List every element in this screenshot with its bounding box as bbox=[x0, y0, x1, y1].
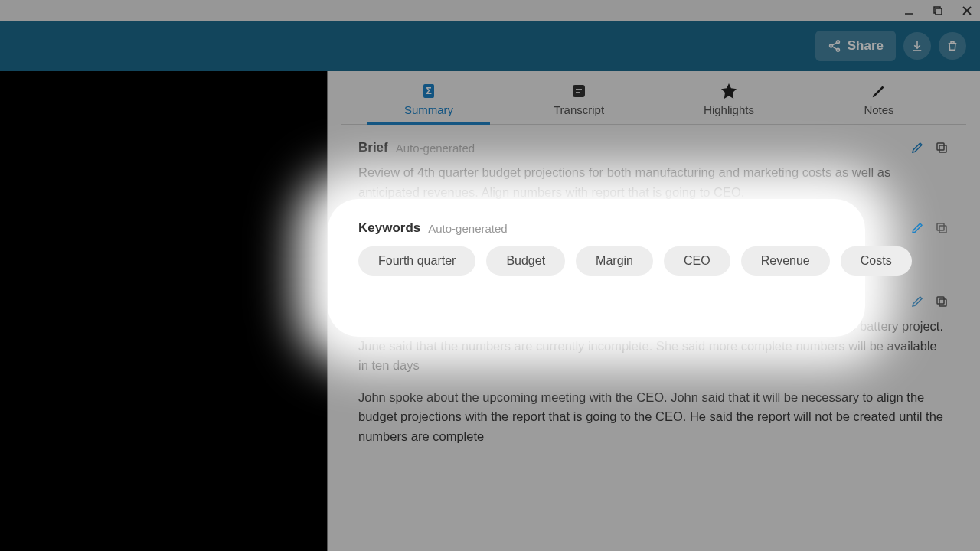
copy-brief-button[interactable] bbox=[934, 140, 949, 155]
edit-keywords-button[interactable] bbox=[910, 220, 925, 236]
summary-text: June spoke about the projections for bot… bbox=[358, 317, 949, 446]
transcript-icon bbox=[570, 82, 588, 100]
svg-point-6 bbox=[829, 44, 832, 47]
tab-bar: Σ Summary Transcript Highlights bbox=[341, 71, 966, 125]
svg-line-8 bbox=[832, 43, 837, 45]
brief-text: Review of 4th quarter budget projections… bbox=[358, 163, 949, 202]
section-brief: Brief Auto-generated Review of 4th quart… bbox=[328, 125, 980, 205]
edit-brief-button[interactable] bbox=[910, 140, 925, 155]
svg-rect-15 bbox=[939, 145, 946, 152]
copy-summary-button[interactable] bbox=[934, 294, 949, 309]
svg-rect-18 bbox=[937, 223, 944, 230]
keyword-chip[interactable]: CEO bbox=[664, 246, 730, 276]
brief-subtitle: Auto-generated bbox=[396, 142, 475, 155]
keyword-chip[interactable]: Margin bbox=[576, 246, 653, 276]
keywords-subtitle: Auto-generated bbox=[428, 222, 507, 235]
share-button-label: Share bbox=[848, 38, 884, 54]
download-icon bbox=[910, 39, 924, 53]
tab-label: Summary bbox=[404, 103, 453, 116]
window-close-button[interactable] bbox=[960, 4, 974, 18]
svg-rect-16 bbox=[937, 143, 944, 150]
tab-label: Transcript bbox=[554, 103, 604, 116]
window-maximize-button[interactable] bbox=[931, 4, 945, 18]
app-toolbar: Share bbox=[0, 21, 980, 71]
tab-notes[interactable]: Notes bbox=[818, 77, 940, 124]
content-pane: Σ Summary Transcript Highlights bbox=[328, 71, 980, 551]
svg-rect-19 bbox=[939, 299, 946, 306]
keyword-chip[interactable]: Costs bbox=[841, 246, 912, 276]
section-keywords: Keywords Auto-generated Fourth quarterBu… bbox=[328, 205, 980, 279]
trash-icon bbox=[946, 40, 959, 52]
keyword-chip[interactable]: Revenue bbox=[741, 246, 830, 276]
delete-button[interactable] bbox=[939, 32, 966, 60]
svg-rect-20 bbox=[937, 297, 944, 304]
window-minimize-button[interactable] bbox=[902, 4, 916, 18]
svg-rect-12 bbox=[573, 85, 585, 97]
svg-line-9 bbox=[832, 47, 837, 49]
share-icon bbox=[828, 39, 841, 53]
edit-summary-button[interactable] bbox=[910, 294, 925, 309]
main-area: Σ Summary Transcript Highlights bbox=[0, 71, 980, 551]
svg-point-7 bbox=[836, 48, 839, 51]
summary-title: Summary bbox=[358, 294, 417, 309]
keyword-chip[interactable]: Fourth quarter bbox=[358, 246, 475, 276]
tab-transcript[interactable]: Transcript bbox=[518, 77, 640, 124]
tab-label: Highlights bbox=[704, 103, 754, 116]
svg-rect-17 bbox=[939, 226, 946, 233]
keywords-list: Fourth quarterBudgetMarginCEORevenueCost… bbox=[358, 243, 949, 276]
window-titlebar bbox=[0, 0, 980, 21]
summary-paragraph: John spoke about the upcoming meeting wi… bbox=[358, 388, 949, 447]
summary-icon: Σ bbox=[420, 82, 438, 100]
svg-text:Σ: Σ bbox=[426, 86, 431, 96]
summary-paragraph: June spoke about the projections for bot… bbox=[358, 317, 949, 376]
star-icon bbox=[720, 82, 738, 100]
svg-point-5 bbox=[836, 41, 839, 44]
tab-summary[interactable]: Σ Summary bbox=[368, 77, 490, 124]
keywords-title: Keywords bbox=[358, 220, 420, 236]
pencil-icon bbox=[870, 82, 888, 100]
section-summary: Summary Auto-generated June spoke about … bbox=[328, 279, 980, 461]
download-button[interactable] bbox=[903, 32, 931, 60]
tab-label: Notes bbox=[864, 103, 893, 116]
video-sidebar bbox=[0, 71, 328, 551]
brief-title: Brief bbox=[358, 140, 388, 155]
tab-highlights[interactable]: Highlights bbox=[668, 77, 790, 124]
keyword-chip[interactable]: Budget bbox=[486, 246, 565, 276]
summary-subtitle: Auto-generated bbox=[425, 295, 504, 308]
share-button[interactable]: Share bbox=[815, 31, 896, 61]
svg-rect-2 bbox=[936, 8, 942, 15]
copy-keywords-button[interactable] bbox=[934, 220, 949, 236]
